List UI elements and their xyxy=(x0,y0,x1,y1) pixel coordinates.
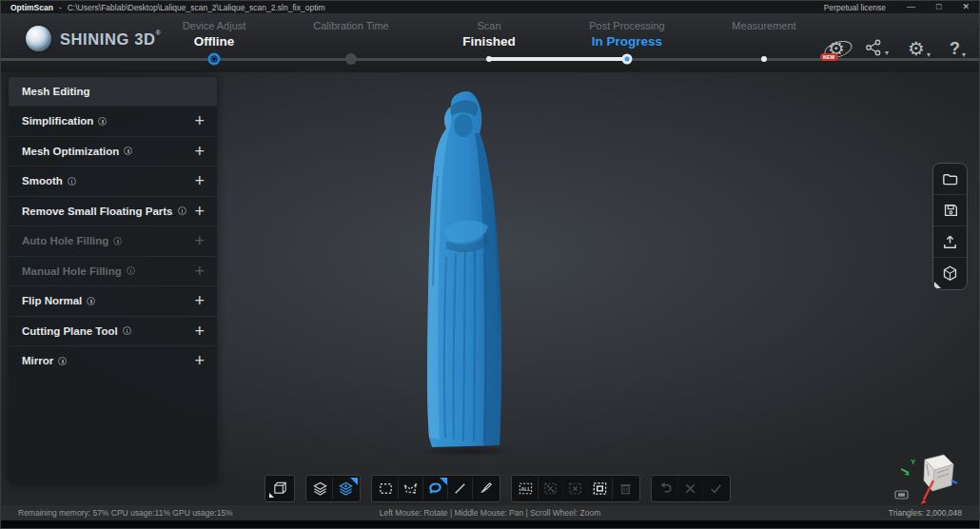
cube-3d-icon xyxy=(941,264,959,283)
view-cube-button[interactable] xyxy=(267,478,292,500)
info-icon[interactable] xyxy=(178,206,186,215)
folder-icon xyxy=(941,170,959,188)
brush-select-button[interactable] xyxy=(473,478,498,500)
invert-selection-icon xyxy=(592,480,608,497)
rectangle-select-button[interactable] xyxy=(374,478,399,500)
expand-selection-button xyxy=(539,478,563,500)
mesh-editing-panel: Mesh Editing Simplification Mesh Optimiz… xyxy=(9,77,217,484)
info-icon[interactable] xyxy=(123,326,131,335)
file-toolbar xyxy=(932,163,968,290)
add-tool-button[interactable] xyxy=(194,323,205,340)
selection-tools-group xyxy=(371,475,500,502)
polygon-select-button[interactable] xyxy=(399,478,423,500)
info-icon[interactable] xyxy=(58,357,67,365)
tool-flip-normal[interactable]: Flip Normal xyxy=(9,285,217,316)
help-button[interactable]: ? ▾ xyxy=(950,38,966,59)
share-icon xyxy=(864,38,883,57)
step-node-active[interactable] xyxy=(622,54,633,65)
step-status: Offline xyxy=(183,34,246,49)
step-label: Device Adjust xyxy=(183,20,246,31)
titlebar: OptimScan - C:\Users\Fablab\Desktop\Lali… xyxy=(1,1,979,13)
step-node-pending[interactable] xyxy=(345,53,357,65)
help-icon: ? xyxy=(950,38,960,59)
undo-icon xyxy=(657,480,674,497)
undo-button xyxy=(654,478,678,500)
show-selected-layer-button[interactable] xyxy=(333,478,358,500)
step-scan[interactable]: Scan Finished xyxy=(462,20,516,49)
edit-toolbar: ALL xyxy=(265,475,731,502)
lasso-select-button[interactable] xyxy=(423,478,448,500)
viewport-canvas[interactable]: Mesh Editing Simplification Mesh Optimiz… xyxy=(1,72,979,505)
tool-label: Mesh Optimization xyxy=(22,146,119,157)
tool-remove-small-floating-parts[interactable]: Remove Small Floating Parts xyxy=(9,196,217,226)
chevron-down-icon: ▾ xyxy=(962,50,966,59)
active-marker-icon xyxy=(440,478,447,485)
clear-selection-button xyxy=(563,478,588,500)
step-device-adjust[interactable]: Device Adjust Offline xyxy=(183,20,246,49)
export-data-button[interactable] xyxy=(933,226,967,258)
info-icon[interactable] xyxy=(124,147,132,155)
cancel-x-icon xyxy=(682,480,698,497)
step-node-offline-sync-icon[interactable] xyxy=(208,53,221,66)
invert-selection-button[interactable] xyxy=(588,478,613,500)
app-title: OptimScan xyxy=(10,3,53,12)
workflow-track-completed xyxy=(489,57,627,61)
community-button[interactable]: ⚙ NEW xyxy=(828,38,845,59)
info-icon[interactable] xyxy=(98,117,107,126)
tool-label: Mirror xyxy=(22,355,53,366)
brand-name: SHINING 3D® xyxy=(60,29,161,49)
step-status xyxy=(313,34,388,49)
step-label: Calibration Time xyxy=(313,20,388,31)
add-tool-button[interactable] xyxy=(194,352,205,369)
view-group xyxy=(265,475,295,502)
tool-smooth[interactable]: Smooth xyxy=(9,166,217,196)
maximize-button[interactable]: □ xyxy=(936,1,941,13)
add-tool-button[interactable] xyxy=(194,143,205,160)
step-status: Finished xyxy=(462,34,516,49)
mouse-hints: Left Mouse: Rotate | Middle Mouse: Pan |… xyxy=(380,508,601,518)
show-all-layers-button[interactable] xyxy=(308,478,333,500)
open-project-button[interactable] xyxy=(933,164,967,195)
info-icon[interactable] xyxy=(68,177,76,186)
step-measurement[interactable]: Measurement xyxy=(732,20,795,49)
tool-simplification[interactable]: Simplification xyxy=(9,106,217,136)
select-all-label: ALL xyxy=(520,486,531,492)
delete-selected-button xyxy=(613,478,637,500)
trash-icon xyxy=(617,480,634,497)
add-tool-button[interactable] xyxy=(194,292,205,309)
tool-mesh-optimization[interactable]: Mesh Optimization xyxy=(9,136,217,167)
save-project-button[interactable] xyxy=(933,195,967,226)
flyout-marker-icon xyxy=(934,282,941,288)
step-label: Scan xyxy=(462,20,516,31)
tool-cutting-plane-tool[interactable]: Cutting Plane Tool xyxy=(9,316,217,346)
info-icon[interactable] xyxy=(87,297,95,305)
minimize-button[interactable]: — xyxy=(907,1,915,13)
step-calibration-time[interactable]: Calibration Time xyxy=(313,20,388,49)
license-label: Perpetual license xyxy=(824,3,886,12)
export-model-button[interactable] xyxy=(933,258,967,289)
tool-manual-hole-filling: Manual Hole Filling xyxy=(9,256,217,286)
step-label: Post Processing xyxy=(589,20,664,31)
add-tool-button[interactable] xyxy=(194,172,205,189)
select-all-button[interactable]: ALL xyxy=(514,478,539,500)
share-button[interactable]: ▾ xyxy=(864,38,889,57)
title-separator: - xyxy=(59,3,62,12)
status-bar: Remaining memory: 57% CPU usage:11% GPU … xyxy=(1,505,979,520)
polygon-select-icon xyxy=(402,480,419,497)
close-button[interactable]: ✕ xyxy=(962,1,970,13)
layers-icon xyxy=(312,480,328,497)
select-all-icon: ALL xyxy=(518,480,534,497)
layer-visibility-group xyxy=(305,475,361,502)
tool-mirror[interactable]: Mirror xyxy=(9,345,217,376)
step-node-measurement[interactable] xyxy=(761,56,767,62)
step-node-finished[interactable] xyxy=(486,56,492,62)
orientation-cube[interactable]: Y xyxy=(901,452,960,505)
line-select-button[interactable] xyxy=(448,478,473,500)
brush-select-icon xyxy=(478,480,494,497)
settings-button[interactable]: ⚙ ▾ xyxy=(908,38,931,59)
add-tool-button[interactable] xyxy=(194,203,205,220)
new-badge: NEW xyxy=(820,53,838,61)
bottom-strip xyxy=(1,520,979,528)
add-tool-button[interactable] xyxy=(194,112,205,129)
step-post-processing[interactable]: Post Processing In Progress xyxy=(589,20,664,49)
